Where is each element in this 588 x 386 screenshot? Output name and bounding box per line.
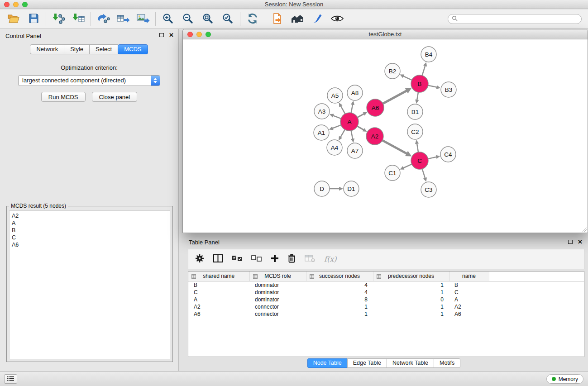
column-header-mcds-role[interactable]: MCDS role (249, 272, 306, 281)
mcds-result-item[interactable]: B (12, 227, 170, 234)
graph-edge-A6-B[interactable] (382, 91, 407, 104)
close-window-button[interactable] (4, 2, 10, 7)
graph-edge-A-A8[interactable] (351, 104, 353, 114)
add-column-button[interactable] (271, 254, 279, 264)
search-input[interactable] (460, 16, 578, 22)
table-cell[interactable]: 1 (306, 310, 373, 318)
table-cell[interactable]: 0 (373, 296, 449, 303)
zoom-fit-button[interactable] (198, 11, 218, 27)
optimization-criterion-dropdown[interactable]: largest connected component (directed) (18, 75, 160, 86)
graph-node-A4[interactable]: A4 (327, 140, 342, 155)
graph-node-A7[interactable]: A7 (347, 143, 363, 158)
network-canvas[interactable]: AA1A2A3A4A5A6A7A8BB1B2B3B4CC1C2C3C4DD1 (183, 39, 588, 233)
zoom-out-button[interactable] (178, 11, 198, 27)
zoom-in-button[interactable] (158, 11, 178, 27)
tab-network[interactable]: Network (30, 44, 64, 54)
table-settings-button[interactable] (195, 254, 204, 264)
save-session-button[interactable] (24, 11, 43, 27)
graph-node-A1[interactable]: A1 (314, 125, 329, 140)
table-cell[interactable]: A (449, 296, 489, 303)
mcds-result-item[interactable]: A6 (12, 241, 170, 248)
table-cell[interactable]: 8 (306, 296, 373, 303)
tab-style[interactable]: Style (64, 44, 90, 54)
table-cell[interactable]: 1 (373, 310, 449, 318)
minimize-window-button[interactable] (13, 2, 19, 7)
table-cell[interactable]: 4 (306, 281, 373, 289)
graph-node-A2[interactable]: A2 (366, 128, 383, 145)
graph-node-A3[interactable]: A3 (314, 104, 330, 119)
graph-node-D1[interactable]: D1 (344, 181, 359, 196)
float-panel-icon[interactable] (159, 33, 164, 37)
apply-style-button[interactable] (307, 11, 327, 27)
graph-node-B3[interactable]: B3 (441, 82, 456, 97)
graph-edge-A-A2[interactable] (357, 126, 364, 130)
close-panel-icon[interactable]: ✕ (169, 33, 174, 38)
table-cell[interactable]: A2 (449, 303, 489, 310)
graph-edge-C-C1[interactable] (403, 164, 412, 168)
table-cell[interactable]: A (188, 296, 249, 303)
close-network-window-button[interactable] (187, 32, 193, 37)
table-cell[interactable]: B (449, 281, 489, 289)
column-header-shared-name[interactable]: shared name (188, 272, 249, 281)
graph-node-B1[interactable]: B1 (407, 104, 423, 119)
column-header-successor-nodes[interactable]: successor nodes (306, 272, 373, 281)
table-row[interactable]: Cdominator41C (188, 289, 584, 296)
graph-node-D[interactable]: D (314, 181, 330, 196)
table-cell[interactable]: 1 (373, 281, 449, 289)
table-cell[interactable]: 1 (306, 303, 373, 310)
mcds-result-item[interactable]: C (12, 234, 170, 241)
zoom-window-button[interactable] (22, 2, 28, 7)
float-table-panel-icon[interactable] (568, 240, 573, 244)
show-hide-details-button[interactable] (327, 11, 347, 27)
graph-node-B4[interactable]: B4 (421, 47, 436, 62)
close-panel-button[interactable]: Close panel (92, 92, 138, 102)
network-overview-button[interactable] (287, 11, 307, 27)
graph-edge-B-B3[interactable] (428, 86, 438, 87)
show-columns-button[interactable] (213, 254, 223, 264)
graph-edge-A-A6[interactable] (357, 114, 365, 118)
zoom-selected-button[interactable] (218, 11, 238, 27)
graph-edge-C-C3[interactable] (422, 168, 425, 179)
table-cell[interactable]: A6 (188, 310, 249, 318)
table-cell[interactable]: 4 (306, 289, 373, 296)
graph-node-C1[interactable]: C1 (385, 165, 400, 181)
column-header-predecessor-nodes[interactable]: predecessor nodes (373, 272, 449, 281)
table-cell[interactable]: A6 (449, 310, 489, 318)
table-row[interactable]: A2connector11A2 (188, 303, 584, 310)
graph-edge-C-C2[interactable] (417, 143, 418, 153)
table-cell[interactable]: C (449, 289, 489, 296)
table-row[interactable]: A6connector11A6 (188, 310, 584, 318)
table-cell[interactable]: B (188, 281, 249, 289)
graph-edge-B-B1[interactable] (417, 92, 418, 101)
zoom-network-window-button[interactable] (206, 32, 211, 37)
graph-edge-C-C4[interactable] (428, 157, 437, 159)
export-network-button[interactable] (93, 11, 113, 27)
deselect-all-button[interactable] (251, 255, 262, 263)
memory-button[interactable]: Memory (546, 374, 583, 384)
column-header-name[interactable]: name (449, 272, 489, 281)
graph-node-C[interactable]: C (411, 152, 428, 169)
table-row[interactable]: Bdominator41B (188, 281, 584, 289)
export-image-button[interactable] (133, 11, 153, 27)
graph-node-C3[interactable]: C3 (421, 182, 436, 197)
graph-node-B[interactable]: B (411, 75, 428, 92)
dropdown-stepper-icon[interactable] (151, 76, 160, 86)
table-row[interactable]: Adominator80A (188, 296, 584, 303)
graph-node-A[interactable]: A (340, 113, 359, 131)
resize-grip-icon[interactable] (582, 227, 587, 232)
table-cell[interactable]: 1 (373, 289, 449, 296)
run-mcds-button[interactable]: Run MCDS (41, 92, 86, 102)
graph-node-C2[interactable]: C2 (407, 124, 423, 139)
status-menu-button[interactable] (4, 374, 17, 384)
tab-select[interactable]: Select (89, 44, 118, 54)
mcds-result-item[interactable]: A (12, 219, 170, 227)
graph-node-C4[interactable]: C4 (440, 147, 456, 162)
mcds-result-list[interactable]: A2ABCA6 (9, 210, 170, 359)
table-cell[interactable]: C (188, 289, 249, 296)
graph-edge-A-A3[interactable] (332, 115, 341, 119)
table-cell[interactable]: connector (249, 303, 306, 310)
mcds-result-item[interactable]: A2 (12, 212, 170, 219)
graph-node-B2[interactable]: B2 (385, 63, 400, 79)
delete-column-button[interactable] (288, 254, 296, 264)
minimize-network-window-button[interactable] (196, 32, 202, 37)
